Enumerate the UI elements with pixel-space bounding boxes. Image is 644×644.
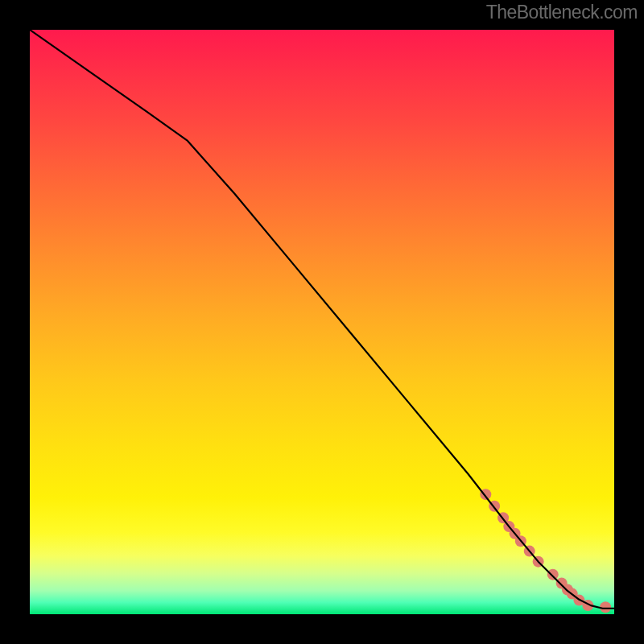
chart-frame: TheBottleneck.com: [0, 0, 644, 644]
chart-svg: [30, 30, 614, 614]
plot-area: [30, 30, 614, 614]
watermark-label: TheBottleneck.com: [486, 2, 638, 23]
marker-point: [547, 569, 559, 580]
curve-line: [30, 30, 614, 609]
markers-group: [480, 489, 611, 613]
